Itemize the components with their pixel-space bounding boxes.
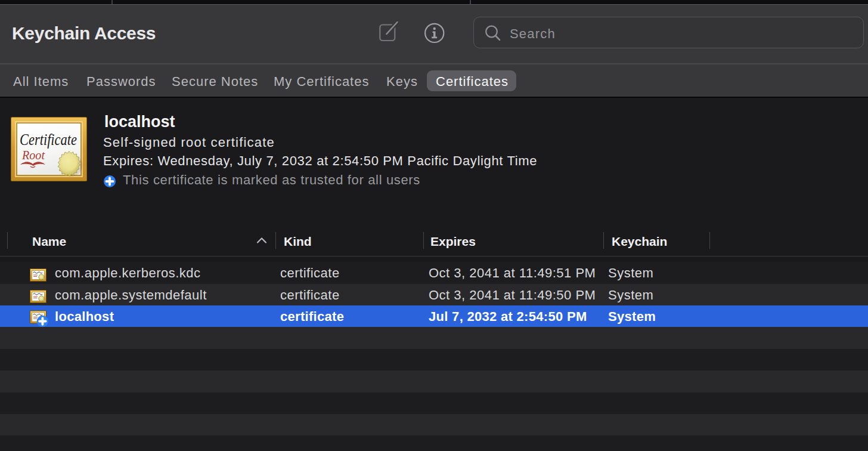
- row-kind: certificate: [280, 284, 340, 305]
- column-header-expires[interactable]: Expires: [430, 233, 476, 249]
- column-separator: [7, 232, 8, 249]
- row-keychain: System: [608, 305, 656, 327]
- header-underline: [0, 256, 868, 257]
- tab-certificates[interactable]: Certificates: [436, 64, 509, 97]
- compose-icon: [377, 20, 401, 44]
- window-title: Keychain Access: [12, 20, 156, 47]
- table-row[interactable]: com.apple.kerberos.kdc certificate Oct 3…: [0, 262, 868, 283]
- row-kind: certificate: [280, 305, 344, 327]
- row-expires: Oct 3, 2041 at 11:49:51 PM: [429, 262, 596, 283]
- table-row-empty: [0, 435, 868, 451]
- search-icon: [483, 23, 502, 42]
- row-kind: certificate: [280, 262, 340, 283]
- detail-certificate-expires: Expires: Wednesday, July 7, 2032 at 2:54…: [103, 152, 537, 171]
- info-button[interactable]: [423, 22, 446, 45]
- info-circle-icon: [423, 22, 446, 45]
- desktop-strip: [0, 0, 868, 4]
- desktop-strip-tick: [470, 0, 471, 4]
- certificate-icon: [30, 268, 46, 282]
- row-expires: Oct 3, 2041 at 11:49:50 PM: [429, 284, 596, 305]
- tab-all-items[interactable]: All Items: [13, 64, 69, 97]
- row-name: com.apple.kerberos.kdc: [55, 262, 201, 283]
- column-header-kind[interactable]: Kind: [284, 233, 312, 249]
- row-name: localhost: [55, 305, 114, 327]
- table-row-empty: [0, 393, 868, 414]
- column-header-keychain[interactable]: Keychain: [612, 233, 667, 249]
- table-row-empty: [0, 414, 868, 435]
- row-expires: Jul 7, 2032 at 2:54:50 PM: [429, 305, 587, 327]
- column-header-name[interactable]: Name: [32, 233, 66, 249]
- sort-ascending-icon[interactable]: [256, 236, 267, 245]
- table-row-selected[interactable]: localhost certificate Jul 7, 2032 at 2:5…: [0, 305, 868, 327]
- detail-trusted-note: This certificate is marked as trusted fo…: [123, 171, 420, 190]
- detail-certificate-name: localhost: [104, 112, 175, 131]
- row-name: com.apple.systemdefault: [55, 284, 207, 305]
- table-row-empty: [0, 370, 868, 392]
- search-placeholder: Search: [510, 18, 556, 50]
- certificate-plus-icon: [29, 308, 49, 329]
- row-keychain: System: [608, 284, 653, 305]
- table-row[interactable]: com.apple.systemdefault certificate Oct …: [0, 284, 868, 305]
- tab-passwords[interactable]: Passwords: [86, 64, 156, 97]
- compose-button[interactable]: [377, 20, 401, 44]
- desktop-strip-tick: [111, 0, 113, 4]
- table-row-empty: [0, 349, 868, 370]
- row-keychain: System: [608, 262, 653, 283]
- column-separator[interactable]: [709, 232, 710, 249]
- column-separator[interactable]: [603, 232, 604, 249]
- table-row-empty: [0, 327, 868, 348]
- certificate-icon: [30, 290, 46, 303]
- column-separator[interactable]: [275, 232, 276, 249]
- tab-keys[interactable]: Keys: [386, 64, 418, 97]
- root-certificate-icon: Certificate Root: [11, 117, 87, 181]
- trusted-plus-badge-icon: [104, 175, 116, 187]
- detail-certificate-kind: Self-signed root certificate: [103, 133, 275, 152]
- tab-my-certificates[interactable]: My Certificates: [274, 64, 369, 97]
- keychain-access-window: Keychain Access Search All Items Passwor…: [0, 0, 868, 451]
- certificate-icon-word: Certificate: [20, 131, 77, 149]
- column-separator[interactable]: [423, 232, 424, 249]
- tab-secure-notes[interactable]: Secure Notes: [172, 64, 258, 97]
- tab-bar-bottom-edge: [0, 97, 868, 98]
- certificate-icon-word: Root: [21, 149, 45, 162]
